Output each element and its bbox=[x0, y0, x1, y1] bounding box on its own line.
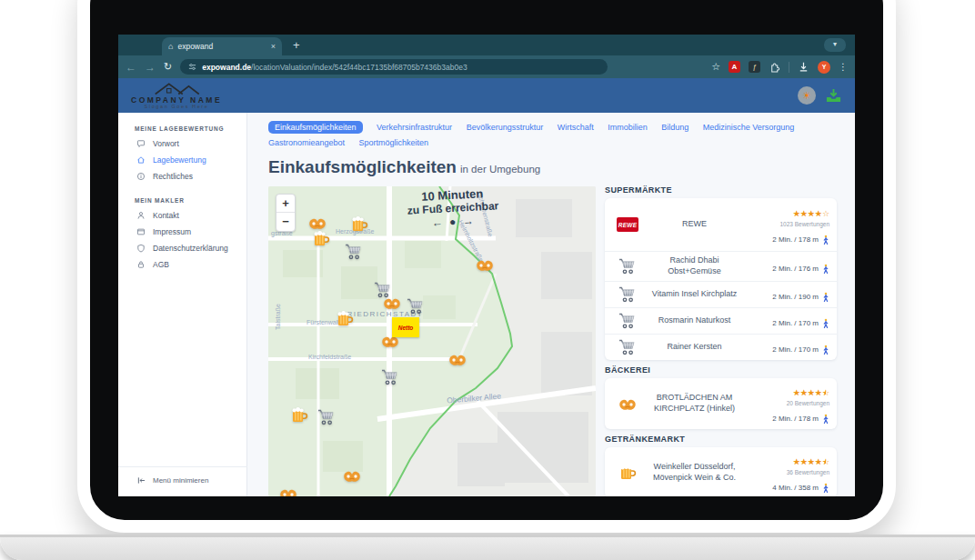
toolbar-divider bbox=[789, 62, 789, 73]
zoom-out-button[interactable]: − bbox=[276, 213, 295, 231]
sidebar-item-label: Datenschutzerklärung bbox=[153, 244, 228, 253]
browser-menu-icon[interactable]: ⋮ bbox=[839, 62, 848, 72]
walking-icon bbox=[822, 414, 829, 425]
laptop-base bbox=[0, 535, 975, 560]
company-logo: COMPANY NAME Slogan Goes Here bbox=[131, 82, 222, 110]
poi-name: Rachid Dhabi Obst+Gemüse bbox=[643, 255, 746, 276]
walking-icon bbox=[822, 292, 829, 303]
walking-icon bbox=[822, 235, 829, 245]
back-button[interactable]: ← bbox=[126, 61, 136, 74]
info-icon bbox=[136, 172, 146, 181]
distance: 4 Min. / 358 m bbox=[772, 484, 819, 493]
sidebar-section-lagebewertung: MEINE LAGEBEWERTUNG bbox=[118, 113, 246, 135]
pdf-extension-icon[interactable]: A bbox=[729, 61, 740, 73]
tab-gastronomieangebot[interactable]: Gastronomieangebot bbox=[268, 138, 345, 147]
poi-row[interactable]: Rachid Dhabi Obst+Gemüse 2 Min. / 176 m bbox=[605, 251, 837, 280]
loading-sun-icon[interactable]: ☀ bbox=[798, 86, 816, 105]
cart-icon bbox=[612, 338, 643, 356]
browser-window: ⌂ expowand × + ▾ ← → ↻ expowand.de/locat… bbox=[118, 35, 855, 496]
bookmark-star-icon[interactable]: ☆ bbox=[711, 61, 720, 73]
map-marker-bakery-icon bbox=[448, 350, 467, 368]
tab-einkaufsmoeglichkeiten[interactable]: Einkaufsmöglichkeiten bbox=[268, 121, 363, 134]
cart-icon bbox=[612, 285, 643, 304]
map-zoom-control: + − bbox=[276, 194, 296, 232]
tab-verkehrsinfrastruktur[interactable]: Verkehrsinfrastruktur bbox=[377, 123, 452, 132]
site-settings-icon bbox=[188, 63, 196, 71]
review-count: 1023 Bewertungen bbox=[746, 221, 829, 228]
browser-tab[interactable]: ⌂ expowand × bbox=[162, 37, 282, 55]
bakery-card: BROTLÄDCHEN AM KIRCHPLATZ (Hinkel) ☆☆☆☆☆… bbox=[605, 378, 837, 429]
sidebar-item-lagebewertung[interactable]: Lagebewertung bbox=[118, 152, 246, 168]
forward-button[interactable]: → bbox=[145, 61, 156, 74]
map-marker-supermarket-icon bbox=[345, 243, 363, 261]
tab-immobilien[interactable]: Immobilien bbox=[608, 123, 648, 132]
tab-medizinische-versorgung[interactable]: Medizinische Versorgung bbox=[703, 123, 795, 132]
poi-row[interactable]: Rosmarin Naturkost 2 Min. / 170 m bbox=[605, 307, 837, 334]
map-marker-drinks-icon bbox=[312, 230, 330, 248]
sidebar-item-label: Vorwort bbox=[153, 139, 179, 148]
rewe-logo: REWE bbox=[612, 217, 643, 232]
tab-search-chevron-icon[interactable]: ▾ bbox=[824, 38, 846, 52]
profile-avatar[interactable]: Y bbox=[818, 61, 830, 74]
downloads-icon[interactable] bbox=[798, 61, 809, 73]
fonts-extension-icon[interactable]: ƒ bbox=[749, 61, 760, 73]
map[interactable]: gstraße Herzogstraße Talstraße Scheurens… bbox=[268, 186, 596, 496]
collapse-menu-button[interactable]: Menü minimieren bbox=[118, 466, 247, 485]
tab-bevoelkerungsstruktur[interactable]: Bevölkerungsstruktur bbox=[467, 123, 544, 132]
rating-stars: ☆☆☆☆☆★★★★★ bbox=[793, 389, 829, 397]
distance: 2 Min. / 178 m bbox=[772, 235, 819, 245]
map-marker-drinks-icon bbox=[290, 406, 308, 425]
url-path: /locationValuation/index/542f44bc17135bf… bbox=[251, 63, 467, 72]
download-report-button[interactable] bbox=[825, 88, 842, 104]
poi-name: Vitamin Insel Kirchplatz bbox=[643, 289, 746, 300]
tab-wirtschaft[interactable]: Wirtschaft bbox=[558, 123, 594, 132]
sidebar-item-datenschutz[interactable]: Datenschutzerklärung bbox=[118, 240, 246, 256]
person-icon bbox=[136, 211, 146, 220]
chat-icon bbox=[136, 139, 146, 148]
map-marker-netto-logo: Netto bbox=[392, 317, 419, 337]
tab-sportmoeglichkeiten[interactable]: Sportmöglichkeiten bbox=[359, 138, 429, 147]
map-marker-bakery-icon bbox=[279, 485, 297, 496]
poi-row[interactable]: Weinkeller Düsseldorf, Mövenpick Wein & … bbox=[605, 447, 837, 496]
map-marker-bakery-icon bbox=[476, 255, 494, 274]
sidebar-item-vorwort[interactable]: Vorwort bbox=[118, 135, 246, 152]
new-tab-button[interactable]: + bbox=[293, 38, 300, 52]
address-bar[interactable]: expowand.de/locationValuation/index/542f… bbox=[180, 59, 608, 75]
zoom-in-button[interactable]: + bbox=[276, 195, 295, 213]
lock-icon bbox=[136, 260, 146, 269]
poi-row[interactable]: Rainer Kersten 2 Min. / 170 m bbox=[605, 334, 837, 360]
sidebar-item-kontakt[interactable]: Kontakt bbox=[118, 207, 246, 224]
rating-stars: ☆☆☆☆☆★★★★★ bbox=[793, 458, 829, 466]
page-title-sub: in der Umgebung bbox=[460, 164, 540, 175]
walking-icon bbox=[822, 264, 829, 275]
home-favicon-icon: ⌂ bbox=[168, 42, 173, 51]
map-marker-drinks-icon bbox=[350, 215, 368, 234]
reload-button[interactable]: ↻ bbox=[164, 61, 172, 73]
rating-stars: ☆☆☆☆☆★★★★★ bbox=[793, 210, 829, 218]
poi-row[interactable]: Vitamin Insel Kirchplatz 2 Min. / 190 m bbox=[605, 281, 837, 307]
tab-bildung[interactable]: Bildung bbox=[661, 123, 689, 132]
extensions-puzzle-icon[interactable] bbox=[769, 61, 780, 73]
sidebar-item-impressum[interactable]: Impressum bbox=[118, 224, 246, 240]
review-count: 36 Bewertungen bbox=[746, 469, 829, 476]
cart-icon bbox=[612, 257, 643, 275]
distance: 2 Min. / 170 m bbox=[772, 345, 819, 355]
page-title-main: Einkaufsmöglichkeiten bbox=[268, 157, 457, 176]
distance: 2 Min. / 170 m bbox=[772, 319, 819, 328]
sidebar-item-label: Rechtliches bbox=[153, 172, 193, 181]
poi-row[interactable]: BROTLÄDCHEN AM KIRCHPLATZ (Hinkel) ☆☆☆☆☆… bbox=[605, 378, 837, 429]
sidebar-item-agb[interactable]: AGB bbox=[118, 256, 246, 273]
map-marker-bakery-icon bbox=[343, 466, 361, 485]
walking-icon bbox=[822, 483, 829, 494]
walking-icon bbox=[822, 318, 829, 329]
map-marker-supermarket-icon bbox=[374, 281, 392, 299]
street-label: Kirchfeldstraße bbox=[308, 354, 351, 360]
distance: 2 Min. / 176 m bbox=[772, 265, 819, 274]
url-domain: expowand.de bbox=[202, 63, 251, 72]
sidebar-item-rechtliches[interactable]: Rechtliches bbox=[118, 168, 246, 185]
poi-row-rewe[interactable]: REWE REWE ☆☆☆☆☆★★★★★ 1023 Bewertungen 2 … bbox=[605, 198, 837, 251]
pretzel-icon bbox=[612, 395, 643, 413]
tab-close-icon[interactable]: × bbox=[271, 42, 276, 51]
roofline-logo-icon bbox=[150, 82, 203, 95]
page-title: Einkaufsmöglichkeitenin der Umgebung bbox=[247, 151, 855, 177]
